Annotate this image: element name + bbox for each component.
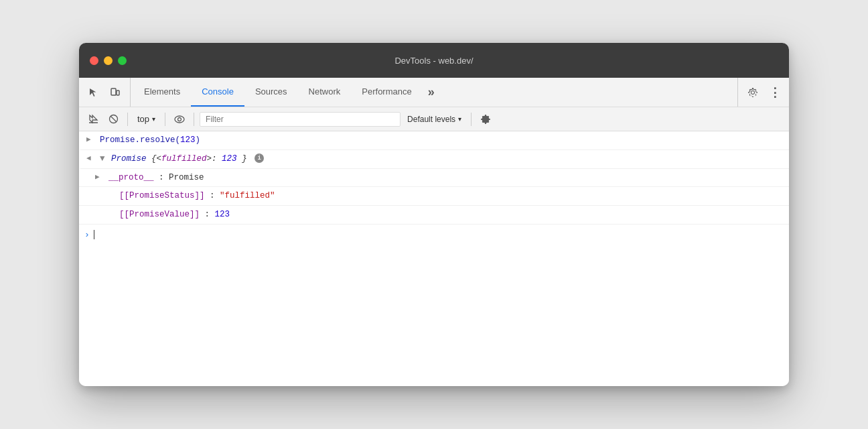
devtools-window: DevTools - web.dev/ Elements Console [79,43,789,386]
close-button[interactable] [90,56,98,65]
divider-1 [127,113,128,126]
minimize-button[interactable] [104,56,113,65]
divider-4 [471,113,472,126]
proto-key: __proto__ [108,173,154,182]
device-icon [110,87,121,98]
value-key: [[PromiseValue]] [119,210,200,219]
clear-console-button[interactable] [84,111,102,128]
chevron-down-icon: ▾ [152,115,155,123]
prompt-arrow-icon: › [84,230,90,240]
tab-network[interactable]: Network [298,78,352,107]
tab-performance[interactable]: Performance [351,78,422,107]
svg-line-5 [111,116,117,122]
console-settings-button[interactable] [477,111,494,128]
context-label: top [137,114,149,124]
toolbar-left-icons [84,78,131,107]
console-row-value: ▶ [[PromiseValue]] : 123 [79,206,789,225]
value-number: 123 [215,210,230,219]
levels-label: Default levels [407,115,455,124]
cursor-blink [94,230,94,239]
promise-collapse-arrow[interactable]: ◀ [86,153,97,162]
svg-rect-0 [111,88,116,95]
clear-icon [88,114,98,124]
filter-input[interactable] [200,112,401,127]
maximize-button[interactable] [118,56,127,65]
inspect-element-button[interactable] [84,83,103,102]
proto-expand-arrow[interactable]: ▶ [95,172,106,181]
eye-button[interactable] [171,111,188,128]
console-output: ▶ Promise.resolve(123) ◀ ▼ Promise {<ful… [79,131,789,386]
more-tabs-button[interactable]: » [423,78,440,107]
status-value: "fulfilled" [220,191,275,200]
window-title: DevTools - web.dev/ [394,56,473,66]
customize-button[interactable]: ⋮ [765,83,784,102]
eye-icon [174,115,185,123]
tab-console[interactable]: Console [191,78,244,107]
main-toolbar: Elements Console Sources Network Perform… [79,78,789,107]
divider-3 [194,113,194,126]
settings-button[interactable] [743,83,762,102]
main-tabs: Elements Console Sources Network Perform… [133,78,735,107]
tab-elements[interactable]: Elements [133,78,191,107]
info-badge[interactable]: i [255,154,264,163]
console-row-proto: ▶ __proto__ : Promise [79,169,789,188]
levels-chevron-icon: ▾ [458,115,461,123]
status-key: [[PromiseStatus]] [119,191,205,200]
console-row-status: ▶ [[PromiseStatus]] : "fulfilled" [79,187,789,206]
menu-dots-icon: ⋮ [769,85,780,100]
svg-rect-1 [117,90,119,95]
levels-button[interactable]: Default levels ▾ [403,113,465,125]
console-code-text: Promise.resolve( [100,135,180,145]
block-button[interactable] [104,111,122,128]
console-row-input: ▶ Promise.resolve(123) [79,131,789,150]
block-icon [108,114,119,124]
promise-label: Promise [111,154,151,164]
traffic-lights [90,56,127,65]
toolbar-right-icons: ⋮ [737,78,784,107]
console-toolbar: top ▾ Default levels ▾ [79,107,789,131]
svg-point-6 [175,116,184,123]
svg-point-7 [178,117,182,121]
tab-sources[interactable]: Sources [244,78,298,107]
divider-2 [165,113,165,126]
context-selector[interactable]: top ▾ [133,113,159,125]
svg-marker-2 [90,115,97,123]
gear-icon [747,87,758,98]
console-row-promise: ◀ ▼ Promise {<fulfilled>: 123 } i [79,150,789,169]
console-gear-icon [480,114,491,125]
row-expand-arrow[interactable]: ▶ [86,134,97,143]
cursor-icon [88,87,99,98]
device-toggle-button[interactable] [106,83,125,102]
titlebar: DevTools - web.dev/ [79,43,789,78]
console-prompt[interactable]: › [79,225,789,245]
